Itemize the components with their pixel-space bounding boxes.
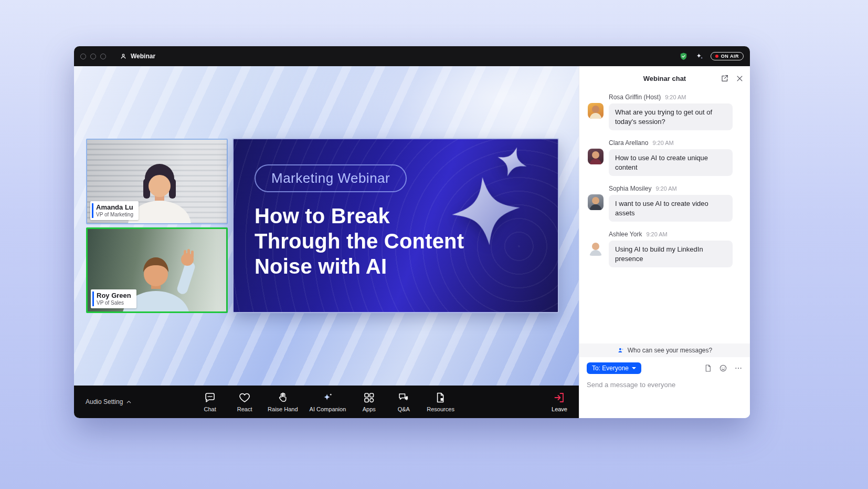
message-author: Sophia Mosiley	[609, 185, 651, 192]
chat-message: Ashlee York 9:20 AM Using AI to build my…	[588, 231, 742, 267]
message-author: Ashlee York	[609, 231, 642, 238]
participant-role: VP of Marketing	[96, 212, 133, 217]
on-air-label: ON AIR	[721, 54, 739, 59]
chat-title: Webinar chat	[643, 75, 686, 82]
on-air-dot	[715, 55, 718, 58]
people-icon	[617, 347, 624, 354]
window-controls	[80, 54, 106, 59]
ai-companion-icon	[321, 391, 334, 404]
resources-icon	[435, 391, 447, 404]
webinar-window: Webinar ON AIR	[74, 46, 750, 418]
window-close-button[interactable]	[80, 54, 86, 59]
webinar-icon	[120, 53, 127, 60]
react-icon	[238, 391, 251, 404]
toolbar-apps-button[interactable]: Apps	[357, 391, 380, 412]
chat-message-bubble: I want to use AI to create video assets	[609, 195, 733, 222]
leave-label: Leave	[552, 406, 567, 412]
meeting-toolbar: Audio Setting Chat	[74, 386, 579, 418]
chat-icon	[204, 391, 216, 404]
leave-icon	[553, 391, 566, 404]
visibility-note-label: Who can see your messages?	[628, 347, 712, 354]
chat-message-list[interactable]: Rosa Griffin (Host) 9:20 AM What are you…	[579, 90, 750, 276]
participant-name: Amanda Lu	[96, 203, 133, 211]
webinar-chat-panel: Webinar chat	[579, 66, 750, 418]
more-options-icon[interactable]	[734, 364, 743, 372]
chat-header: Webinar chat	[579, 66, 750, 90]
toolbar-qa-button[interactable]: Q&A	[392, 391, 415, 412]
participant-nametag: Roy Green VP of Sales	[91, 289, 136, 308]
ai-companion-icon[interactable]	[695, 52, 704, 61]
popout-icon[interactable]	[721, 74, 729, 82]
titlebar: Webinar ON AIR	[74, 46, 750, 66]
avatar	[588, 149, 604, 164]
chevron-up-icon	[126, 399, 132, 405]
toolbar-react-button[interactable]: React	[233, 391, 256, 412]
slide-title-line: Through the Content	[255, 228, 464, 254]
avatar	[588, 240, 604, 256]
chevron-down-icon	[632, 367, 636, 369]
slide-title-line: Noise with AI	[255, 254, 464, 279]
app-title-label: Webinar	[131, 53, 155, 60]
slide-title: How to Break Through the Content Noise w…	[255, 203, 464, 279]
message-visibility-note[interactable]: Who can see your messages?	[579, 344, 750, 357]
apps-icon	[363, 391, 375, 404]
toolbar-ai-companion-button[interactable]: AI Companion	[310, 391, 346, 412]
chat-message-bubble: What are you trying to get out of today'…	[609, 103, 733, 130]
audio-setting-label: Audio Setting	[86, 398, 123, 405]
raise-hand-icon	[277, 391, 289, 404]
video-tile-roy[interactable]: Roy Green VP of Sales	[86, 227, 228, 313]
window-maximize-button[interactable]	[100, 54, 106, 59]
on-air-badge: ON AIR	[711, 52, 744, 60]
chat-message: Sophia Mosiley 9:20 AM I want to use AI …	[588, 185, 742, 222]
message-author: Rosa Griffin (Host)	[609, 93, 661, 101]
toolbar-qa-label: Q&A	[398, 406, 410, 412]
slide-title-line: How to Break	[255, 203, 464, 228]
close-icon[interactable]	[736, 75, 744, 82]
toolbar-resources-label: Resources	[427, 406, 454, 412]
toolbar-react-label: React	[237, 406, 252, 412]
message-time: 9:20 AM	[665, 94, 686, 100]
message-author: Clara Arellano	[609, 139, 648, 147]
participant-nametag: Amanda Lu VP of Marketing	[90, 201, 139, 220]
video-stage: Amanda Lu VP of Marketing	[74, 66, 579, 386]
avatar	[588, 194, 604, 210]
chat-message: Clara Arellano 9:20 AM How to use AI to …	[588, 139, 742, 176]
message-time: 9:20 AM	[655, 185, 676, 192]
chat-footer: Who can see your messages? To: Everyone	[579, 344, 750, 418]
chat-message: Rosa Griffin (Host) 9:20 AM What are you…	[588, 93, 742, 130]
toolbar-raise-hand-label: Raise Hand	[268, 406, 298, 412]
audio-setting-button[interactable]: Audio Setting	[86, 398, 132, 405]
participant-role: VP of Sales	[97, 300, 131, 306]
qa-icon	[397, 391, 410, 404]
chat-message-bubble: Using AI to build my LinkedIn presence	[609, 241, 733, 267]
toolbar-chat-button[interactable]: Chat	[198, 391, 221, 412]
toolbar-resources-button[interactable]: Resources	[427, 391, 454, 412]
video-tile-amanda[interactable]: Amanda Lu VP of Marketing	[86, 139, 228, 224]
message-input[interactable]: Send a message to everyone	[587, 381, 743, 418]
leave-button[interactable]: Leave	[552, 391, 567, 412]
shared-slide: Marketing Webinar How to Break Through t…	[232, 138, 559, 313]
app-title: Webinar	[120, 53, 155, 60]
slide-badge: Marketing Webinar	[255, 164, 407, 192]
attach-file-icon[interactable]	[704, 364, 712, 372]
recipient-selector[interactable]: To: Everyone	[587, 362, 641, 374]
message-time: 9:20 AM	[652, 140, 673, 146]
message-time: 9:20 AM	[646, 231, 667, 237]
recipient-label: To: Everyone	[592, 365, 629, 372]
toolbar-raise-hand-button[interactable]: Raise Hand	[268, 391, 298, 412]
window-minimize-button[interactable]	[90, 54, 96, 59]
toolbar-apps-label: Apps	[363, 406, 376, 412]
avatar	[588, 103, 604, 119]
chat-message-bubble: How to use AI to create unique content	[609, 149, 733, 176]
toolbar-ai-companion-label: AI Companion	[310, 406, 346, 412]
security-shield-icon[interactable]	[679, 52, 688, 61]
participant-name: Roy Green	[97, 292, 131, 299]
toolbar-chat-label: Chat	[204, 406, 216, 412]
emoji-icon[interactable]	[719, 364, 727, 372]
